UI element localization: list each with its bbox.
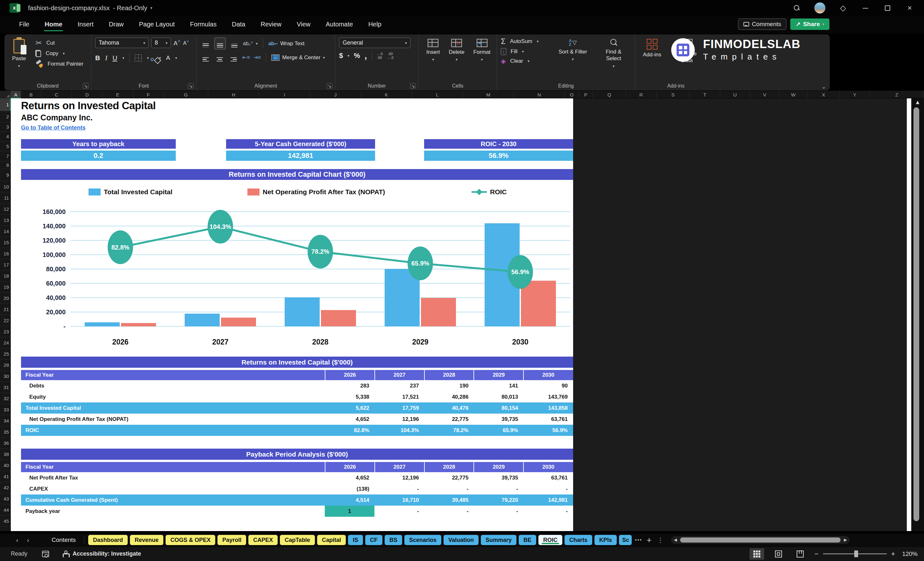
cell-value[interactable]: 65.9% — [474, 425, 523, 436]
row-header-18[interactable]: 18 — [0, 270, 11, 282]
column-header-L[interactable]: L — [412, 91, 463, 98]
align-left-button[interactable] — [200, 52, 211, 63]
vertical-scroll-thumb[interactable] — [914, 107, 919, 521]
row-header-19[interactable]: 19 — [0, 282, 11, 292]
menu-tab-review[interactable]: Review — [253, 18, 289, 33]
cell-value[interactable]: 56.9% — [523, 425, 573, 436]
row-header-3[interactable]: 3 — [0, 123, 11, 132]
row-header-8[interactable]: 8 — [0, 161, 11, 169]
sheet-tab-payroll[interactable]: Payroll — [218, 535, 246, 545]
column-header-F[interactable]: F — [133, 91, 164, 98]
sheet-tab-revenue[interactable]: Revenue — [130, 535, 164, 545]
comments-button[interactable]: Comments — [738, 18, 786, 30]
cell-value[interactable]: 143,769 — [523, 391, 573, 402]
increase-decimal-button[interactable]: ←.0 .00 — [376, 52, 383, 60]
close-button[interactable]: × — [905, 3, 915, 12]
column-header-H[interactable]: H — [208, 91, 259, 98]
font-family-select[interactable]: Tahoma ▾ — [95, 38, 149, 48]
cell-value[interactable]: - — [424, 506, 474, 517]
tab-options-kebab-icon[interactable]: ⋮ — [657, 536, 663, 544]
row-header-17[interactable]: 17 — [0, 259, 11, 270]
row-header-36[interactable]: 36 — [0, 438, 11, 448]
cell-value[interactable]: - — [523, 506, 573, 517]
decrease-indent-icon[interactable]: ⇤≡ — [242, 54, 250, 61]
copy-button[interactable]: Copy ▾ — [35, 50, 83, 57]
menu-tab-formulas[interactable]: Formulas — [183, 18, 224, 33]
cell-value[interactable]: 78.2% — [424, 425, 474, 436]
zoom-in-button[interactable]: + — [891, 550, 896, 558]
font-color-chevron-icon[interactable]: ▾ — [175, 56, 177, 60]
row-header-40[interactable]: 40 — [0, 460, 11, 471]
cell-value[interactable]: 22,775 — [424, 472, 474, 483]
row-header-24[interactable]: 24 — [0, 337, 11, 348]
column-header-D[interactable]: D — [72, 91, 102, 98]
tabs-scroll-right-icon[interactable]: › — [24, 537, 33, 544]
column-header-B[interactable]: B — [21, 91, 41, 98]
cell-value[interactable]: - — [474, 483, 523, 495]
column-header-I[interactable]: I — [259, 91, 310, 98]
currency-button[interactable]: $ — [339, 52, 343, 60]
cell-value[interactable]: 80,013 — [474, 391, 523, 402]
underline-chevron-icon[interactable]: ▾ — [122, 56, 124, 60]
bottom-align-button[interactable] — [229, 38, 240, 49]
cell-value[interactable]: 82.8% — [325, 425, 375, 436]
row-header-31[interactable]: 31 — [0, 382, 11, 393]
cell-value[interactable]: 142,981 — [523, 495, 573, 506]
select-all-corner[interactable] — [0, 91, 11, 98]
share-button[interactable]: ↗ Share ▾ — [790, 18, 830, 30]
increase-indent-icon[interactable]: ⇥≡ — [253, 54, 261, 61]
insert-cells-button[interactable]: ← Insert ▾ — [423, 38, 444, 63]
underline-button[interactable]: U — [112, 54, 117, 62]
user-avatar[interactable] — [814, 2, 826, 14]
menu-tab-home[interactable]: Home — [37, 18, 70, 33]
decrease-font-icon[interactable]: A˅ — [183, 39, 189, 46]
cell-value[interactable]: 90 — [523, 380, 573, 391]
number-format-select[interactable]: General ▾ — [339, 38, 410, 48]
top-align-button[interactable] — [200, 38, 211, 49]
column-header-Z[interactable]: Z — [870, 91, 924, 98]
column-header-X[interactable]: X — [807, 91, 840, 98]
addins-button[interactable]: Add-ins — [639, 38, 665, 59]
cell-value[interactable]: 12,196 — [375, 414, 424, 425]
cell-value[interactable]: 17,521 — [375, 391, 424, 402]
format-painter-button[interactable]: Format Painter — [35, 60, 83, 68]
cell-value[interactable]: 4,652 — [325, 472, 375, 483]
align-right-button[interactable] — [228, 52, 239, 63]
horizontal-scrollbar[interactable]: ◄ ► — [671, 536, 849, 544]
cell-value[interactable]: 143,858 — [523, 402, 573, 414]
row-header-33[interactable]: 33 — [0, 404, 11, 415]
column-header-O[interactable]: O — [565, 91, 579, 98]
sheet-tab-contents[interactable]: Contents — [52, 537, 76, 543]
cell-value[interactable]: - — [523, 483, 573, 495]
row-header-28[interactable]: 28 — [0, 360, 11, 370]
row-header-20[interactable]: 20 — [0, 292, 11, 304]
orientation-chevron-icon[interactable]: ▾ — [256, 41, 258, 46]
page-break-view-button[interactable] — [793, 548, 807, 560]
minimize-button[interactable]: ─ — [861, 3, 870, 12]
hscroll-left-arrow-icon[interactable]: ◄ — [671, 537, 680, 543]
menu-tab-data[interactable]: Data — [224, 18, 253, 33]
percent-button[interactable]: % — [354, 52, 360, 60]
table-of-contents-link[interactable]: Go to Table of Contents — [21, 124, 86, 131]
tabs-scroll-left-icon[interactable]: ‹ — [13, 537, 22, 544]
alignment-dialog-launcher[interactable]: ↘ — [327, 83, 332, 89]
cell-value[interactable]: 141 — [474, 380, 523, 391]
cell-value[interactable]: 22,775 — [424, 414, 474, 425]
sheet-tab-sc[interactable]: Sc — [619, 535, 632, 545]
restore-button[interactable] — [885, 5, 890, 11]
column-header-J[interactable]: J — [310, 91, 361, 98]
column-header-U[interactable]: U — [720, 91, 750, 98]
cell-value[interactable]: 4,514 — [325, 495, 375, 506]
column-header-K[interactable]: K — [361, 91, 412, 98]
cell-value[interactable]: 5,622 — [325, 402, 375, 414]
add-sheet-button[interactable]: + — [646, 535, 651, 545]
row-header-5[interactable]: 5 — [0, 142, 11, 151]
cell-value[interactable]: 40,286 — [424, 391, 474, 402]
worksheet[interactable]: Returns on Invested Capital ABC Company … — [11, 98, 573, 531]
sheet-tab-capex[interactable]: CAPEX — [248, 535, 278, 545]
menu-tab-page-layout[interactable]: Page Layout — [132, 18, 183, 33]
cell-value[interactable]: 4,652 — [325, 414, 375, 425]
middle-align-button[interactable] — [214, 38, 226, 50]
sort-filter-button[interactable]: AZ▽ Sort & Filter ▾ — [555, 38, 591, 63]
align-center-button[interactable] — [214, 52, 225, 63]
